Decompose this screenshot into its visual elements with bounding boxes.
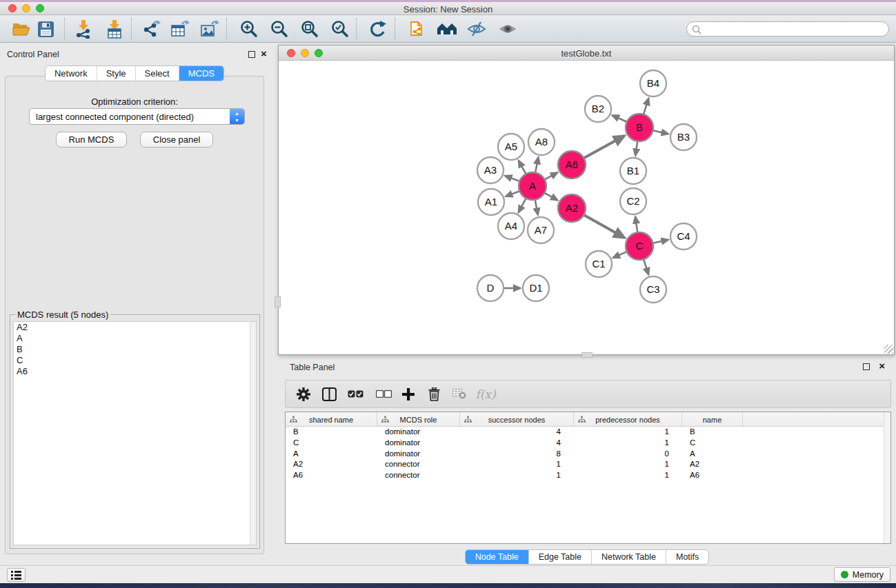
- graph-node-C2[interactable]: C2: [620, 188, 646, 214]
- optimization-criterion-dropdown[interactable]: largest connected component (directed) ▲…: [29, 108, 245, 125]
- table-row[interactable]: A2connector11A2: [286, 459, 890, 470]
- vertical-splitter-handle[interactable]: [275, 296, 281, 307]
- graph-edge-C-C1[interactable]: [613, 252, 627, 258]
- table-row[interactable]: Adominator80A: [286, 449, 890, 460]
- graph-node-A1[interactable]: A1: [478, 189, 504, 215]
- export-network-icon[interactable]: [139, 18, 163, 40]
- table-cell[interactable]: dominator: [377, 449, 460, 460]
- table-cell[interactable]: 4: [460, 438, 574, 449]
- table-cell[interactable]: 1: [460, 470, 574, 481]
- table-cell[interactable]: connector: [377, 459, 460, 470]
- table-cell[interactable]: 4: [460, 427, 574, 438]
- table-cell[interactable]: 1: [574, 459, 682, 470]
- graph-node-B3[interactable]: B3: [670, 124, 697, 150]
- graph-node-A6[interactable]: A6: [558, 151, 586, 179]
- zoom-selected-icon[interactable]: [328, 18, 352, 40]
- graph-node-A2[interactable]: A2: [558, 194, 586, 222]
- graph-node-A3[interactable]: A3: [477, 157, 504, 183]
- zoom-in-icon[interactable]: [237, 18, 261, 40]
- task-history-button[interactable]: [7, 568, 26, 582]
- graph-node-A8[interactable]: A8: [528, 129, 555, 155]
- table-cell[interactable]: 1: [574, 470, 682, 481]
- network-window-titlebar[interactable]: testGlobe.txt: [279, 45, 894, 61]
- graph-node-A7[interactable]: A7: [528, 217, 554, 243]
- table-cell[interactable]: B: [286, 427, 377, 438]
- graph-edge-A-A7[interactable]: [535, 200, 538, 215]
- graph-node-B[interactable]: B: [626, 114, 653, 141]
- open-file-icon[interactable]: [10, 18, 33, 40]
- new-network-from-file-icon[interactable]: [406, 18, 430, 40]
- network-canvas[interactable]: B4B2BB3A5A8A6A3B1AA1C2A2A4A7C4CC1DD1C3: [279, 61, 894, 354]
- show-columns-icon[interactable]: [317, 381, 341, 407]
- column-header-shared-name[interactable]: shared name: [286, 412, 377, 427]
- import-table-icon[interactable]: [103, 18, 126, 40]
- table-row[interactable]: Bdominator41B: [286, 427, 890, 438]
- graph-node-C[interactable]: C: [626, 232, 653, 260]
- float-panel-icon[interactable]: [863, 363, 870, 370]
- graph-node-A4[interactable]: A4: [498, 213, 524, 239]
- graph-edge-A2-C[interactable]: [584, 215, 624, 238]
- graph-node-D1[interactable]: D1: [523, 275, 549, 301]
- float-panel-icon[interactable]: [248, 51, 255, 58]
- mcds-result-item[interactable]: B: [14, 344, 256, 355]
- select-all-checks-icon[interactable]: [343, 381, 368, 407]
- export-table-icon[interactable]: [168, 18, 192, 40]
- window-resize-grip[interactable]: [884, 345, 893, 354]
- search-field[interactable]: [686, 21, 889, 37]
- mcds-result-list[interactable]: A2ABCA6: [13, 321, 257, 545]
- mcds-result-item[interactable]: A2: [14, 322, 256, 333]
- graph-edge-A-A1[interactable]: [506, 191, 519, 196]
- graph-edge-A-A3[interactable]: [505, 176, 519, 181]
- graph-edge-B-B1[interactable]: [635, 141, 637, 156]
- table-cell[interactable]: A2: [682, 459, 743, 470]
- home-view-icon[interactable]: [435, 18, 459, 40]
- refresh-layout-icon[interactable]: [366, 18, 390, 40]
- column-header-predecessor-nodes[interactable]: predecessor nodes: [574, 412, 682, 427]
- tab-node-table[interactable]: Node Table: [466, 550, 529, 564]
- run-mcds-button[interactable]: Run MCDS: [56, 132, 128, 148]
- mcds-list-scrollbar[interactable]: [250, 322, 256, 545]
- save-session-icon[interactable]: [34, 18, 57, 40]
- graph-edge-A-A5[interactable]: [519, 161, 526, 174]
- tab-network[interactable]: Network: [46, 66, 97, 81]
- graph-edge-B-B4[interactable]: [644, 99, 648, 114]
- node-table[interactable]: shared nameMCDS rolesuccessor nodesprede…: [285, 412, 891, 544]
- export-image-icon[interactable]: [198, 18, 221, 40]
- column-header-name[interactable]: name: [682, 412, 743, 427]
- tab-mcds[interactable]: MCDS: [179, 66, 223, 81]
- graph-node-B4[interactable]: B4: [640, 70, 666, 97]
- graph-edge-C-C3[interactable]: [644, 259, 648, 274]
- table-cell[interactable]: 1: [574, 427, 682, 438]
- tab-style[interactable]: Style: [97, 66, 136, 81]
- table-cell[interactable]: A6: [682, 470, 743, 481]
- graph-node-C4[interactable]: C4: [670, 223, 697, 250]
- delete-columns-trash-icon[interactable]: [421, 381, 446, 407]
- tab-select[interactable]: Select: [136, 66, 179, 81]
- memory-button[interactable]: Memory: [834, 567, 890, 582]
- table-cell[interactable]: A6: [286, 470, 377, 481]
- mcds-result-item[interactable]: C: [14, 355, 256, 366]
- graph-edge-A-A2[interactable]: [544, 193, 557, 201]
- table-options-gear-icon[interactable]: [291, 381, 316, 407]
- function-builder-icon[interactable]: f(x): [473, 381, 498, 407]
- close-panel-icon[interactable]: ×: [879, 363, 885, 369]
- table-cell[interactable]: 1: [574, 438, 682, 449]
- tab-edge-table[interactable]: Edge Table: [529, 550, 592, 564]
- mcds-result-item[interactable]: A6: [14, 366, 256, 377]
- delete-table-icon[interactable]: [447, 381, 472, 407]
- graph-edge-B-B2[interactable]: [613, 115, 627, 122]
- graph-node-D[interactable]: D: [477, 275, 504, 301]
- close-panel-button[interactable]: Close panel: [140, 132, 214, 148]
- table-scrollbar[interactable]: [884, 412, 890, 543]
- zoom-fit-icon[interactable]: [298, 18, 321, 40]
- show-graphics-details-icon[interactable]: [496, 18, 519, 40]
- mcds-result-item[interactable]: A: [14, 333, 256, 344]
- deselect-all-checks-icon[interactable]: [371, 381, 396, 407]
- graph-node-C3[interactable]: C3: [640, 276, 666, 303]
- column-header-successor-nodes[interactable]: successor nodes: [460, 412, 574, 427]
- tab-motifs[interactable]: Motifs: [666, 550, 708, 564]
- tab-network-table[interactable]: Network Table: [592, 550, 666, 564]
- table-cell[interactable]: B: [682, 427, 743, 438]
- table-cell[interactable]: A: [286, 449, 377, 460]
- hide-graphics-details-icon[interactable]: [465, 18, 488, 40]
